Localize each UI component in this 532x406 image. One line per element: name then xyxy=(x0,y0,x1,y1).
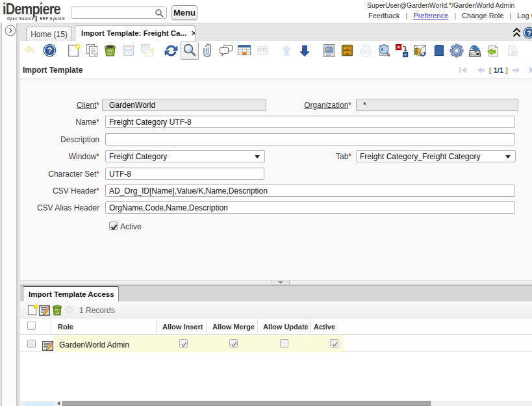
svg-text:?: ? xyxy=(47,45,53,55)
svg-text:?: ? xyxy=(527,29,531,37)
